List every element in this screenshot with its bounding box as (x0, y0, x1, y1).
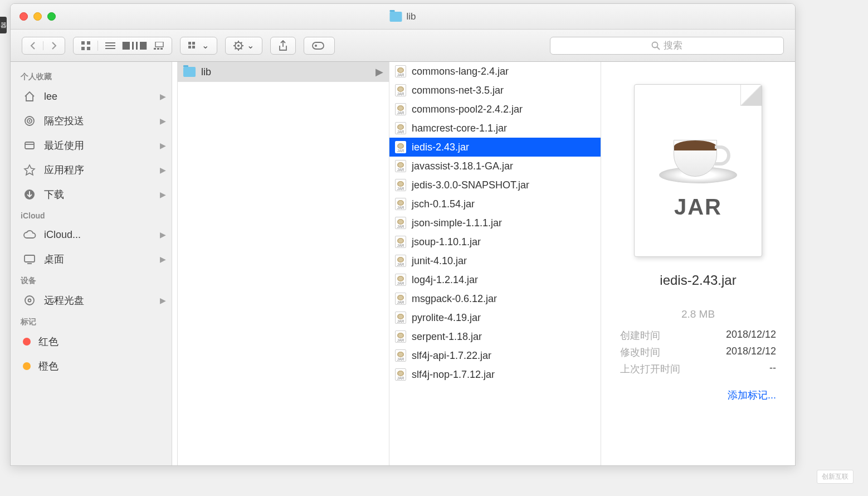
sidebar-item-apps[interactable]: 应用程序▶ (11, 158, 172, 182)
meta-value: -- (769, 362, 776, 376)
jar-file-icon: JAR (395, 255, 406, 267)
view-gallery-button[interactable] (147, 42, 172, 50)
chevron-right-icon: ▶ (160, 190, 166, 199)
file-row[interactable]: JARjunit-4.10.jar (389, 251, 601, 270)
file-name: msgpack-0.6.12.jar (412, 293, 497, 305)
tag-dot-icon (23, 338, 31, 346)
sidebar-item-label: 远程光盘 (44, 294, 84, 307)
meta-value: 2018/12/12 (726, 346, 776, 359)
file-name: json-simple-1.1.1.jar (412, 217, 502, 229)
file-type-label: JAR (674, 194, 722, 220)
sidebar-item-label: 隔空投送 (44, 114, 84, 128)
sidebar-item-label: 下载 (44, 188, 64, 201)
forward-button[interactable] (43, 41, 65, 50)
file-row[interactable]: JARjsoup-1.10.1.jar (389, 232, 601, 251)
file-row[interactable]: JARmsgpack-0.6.12.jar (389, 289, 601, 308)
view-mode-segmented (73, 37, 172, 55)
meta-row: 修改时间2018/12/12 (620, 344, 776, 361)
file-name: commons-pool2-2.4.2.jar (412, 104, 523, 115)
chevron-right-icon: ▶ (160, 116, 166, 125)
sidebar-group-label: 个人收藏 (11, 67, 172, 84)
jar-file-icon: JAR (395, 141, 406, 153)
sidebar-item-desktop[interactable]: 桌面▶ (11, 247, 172, 271)
sidebar-item-airdrop[interactable]: 隔空投送▶ (11, 109, 172, 133)
meta-key: 上次打开时间 (620, 362, 680, 376)
jar-file-icon: JAR (395, 312, 406, 324)
view-icon-button[interactable] (74, 41, 98, 51)
window-title-text: lib (406, 11, 416, 22)
svg-line-27 (241, 42, 242, 43)
file-row[interactable]: JARjavassist-3.18.1-GA.jar (389, 157, 601, 176)
sidebar-item-tag-red[interactable]: 红色 (11, 329, 172, 354)
minimize-window-button[interactable] (33, 12, 42, 21)
external-window-stub: 器 (0, 17, 7, 33)
jar-file-icon: JAR (395, 217, 406, 229)
file-row[interactable]: JARhamcrest-core-1.1.jar (389, 119, 601, 138)
svg-line-24 (235, 42, 236, 43)
file-row[interactable]: JARslf4j-nop-1.7.12.jar (389, 365, 601, 384)
file-row[interactable]: JARiedis-2.43.jar (389, 138, 601, 157)
sidebar-item-cloud[interactable]: iCloud...▶ (11, 222, 172, 247)
sidebar-item-recent[interactable]: 最近使用▶ (11, 133, 172, 158)
file-name: log4j-1.2.14.jar (412, 274, 478, 286)
file-row[interactable]: JARpyrolite-4.19.jar (389, 308, 601, 327)
zoom-window-button[interactable] (47, 12, 56, 21)
arrange-button[interactable]: ⌄ (180, 37, 217, 55)
svg-rect-10 (155, 42, 163, 47)
file-name: jsch-0.1.54.jar (412, 198, 475, 210)
sidebar-item-disc[interactable]: 远程光盘▶ (11, 288, 172, 313)
file-name: hamcrest-core-1.1.jar (412, 123, 507, 134)
svg-rect-28 (313, 42, 324, 49)
file-row[interactable]: JARjedis-3.0.0-SNAPSHOT.jar (389, 176, 601, 194)
sidebar-item-tag-orange[interactable]: 橙色 (11, 354, 172, 378)
file-name: slf4j-api-1.7.22.jar (412, 350, 491, 362)
search-field[interactable]: 搜索 (550, 37, 784, 55)
view-list-button[interactable] (98, 42, 123, 50)
apps-icon (23, 163, 36, 177)
view-column-button[interactable] (123, 42, 147, 50)
jar-file-icon: JAR (395, 274, 406, 286)
chevron-right-icon: ▶ (160, 255, 166, 264)
preview-size: 2.8 MB (620, 308, 776, 320)
preview-thumbnail: JAR (634, 84, 762, 257)
column-1: lib ▶ (178, 62, 389, 465)
sidebar-item-download[interactable]: 下载▶ (11, 182, 172, 207)
tags-button[interactable] (304, 37, 335, 55)
action-button[interactable]: ⌄ (225, 37, 262, 55)
sidebar-group-label: iCloud (11, 207, 172, 222)
file-row[interactable]: JARlog4j-1.2.14.jar (389, 270, 601, 289)
file-row[interactable]: JARcommons-lang-2.4.jar (389, 62, 601, 81)
column-spacer (172, 62, 178, 465)
back-button[interactable] (22, 41, 43, 50)
svg-rect-11 (154, 48, 156, 50)
folder-icon (389, 12, 402, 22)
preview-filename: iedis-2.43.jar (660, 273, 736, 288)
chevron-right-icon: ▶ (160, 296, 166, 305)
meta-key: 修改时间 (620, 346, 660, 359)
file-row[interactable]: JARjsch-0.1.54.jar (389, 194, 601, 213)
jar-file-icon: JAR (395, 103, 406, 115)
sidebar-item-home[interactable]: lee▶ (11, 84, 172, 109)
file-name: iedis-2.43.jar (412, 142, 469, 153)
file-row[interactable]: JARslf4j-api-1.7.22.jar (389, 346, 601, 365)
file-row[interactable]: JARcommons-net-3.5.jar (389, 81, 601, 100)
svg-point-29 (315, 45, 317, 47)
page-fold-icon (740, 85, 762, 106)
folder-label: lib (201, 66, 211, 78)
sidebar-item-label: iCloud... (44, 229, 81, 241)
file-row[interactable]: JARjson-simple-1.1.1.jar (389, 213, 601, 232)
close-window-button[interactable] (19, 12, 28, 21)
file-name: jsoup-1.10.1.jar (412, 236, 481, 248)
sidebar-item-label: 桌面 (44, 252, 64, 266)
jar-file-icon: JAR (395, 198, 406, 210)
share-button[interactable] (270, 37, 296, 55)
add-tag-button[interactable]: 添加标记... (620, 388, 776, 402)
sidebar-item-label: 应用程序 (44, 163, 84, 177)
file-name: junit-4.10.jar (412, 255, 467, 267)
file-row[interactable]: JARcommons-pool2-2.4.2.jar (389, 100, 601, 119)
folder-row-lib[interactable]: lib ▶ (178, 62, 389, 82)
svg-rect-9 (138, 42, 140, 50)
file-row[interactable]: JARserpent-1.18.jar (389, 327, 601, 346)
nav-back-forward (22, 37, 65, 55)
folder-icon (183, 67, 196, 77)
